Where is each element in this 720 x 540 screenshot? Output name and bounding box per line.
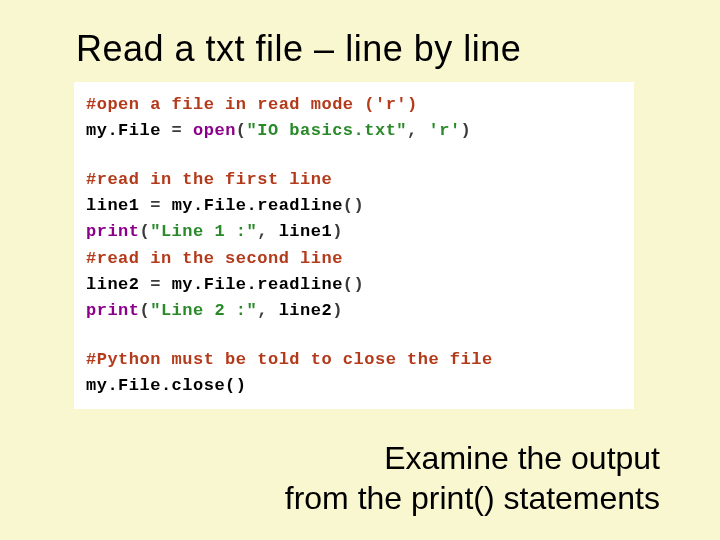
comma: , [257,301,278,320]
paren: ) [332,301,343,320]
string-literal: "Line 1 :" [150,222,257,241]
operator: = [140,196,172,215]
blank-line [86,325,622,347]
string-literal: "IO basics.txt" [247,121,408,140]
builtin-func: print [86,301,140,320]
paren: ( [140,301,151,320]
builtin-func: open [193,121,236,140]
code-comment-close: #Python must be told to close the file [86,347,622,373]
code-line-open: my.File = open("IO basics.txt", 'r') [86,118,622,144]
caption-line2: from the print() statements [285,478,660,518]
comment-text: #Python must be told to close the file [86,350,493,369]
code-line-read1: line1 = my.File.readline() [86,193,622,219]
slide-heading: Read a txt file – line by line [0,0,720,70]
identifier: my.File [86,121,161,140]
method-call: my.File.close() [86,376,247,395]
blank-line [86,145,622,167]
slide-caption: Examine the output from the print() stat… [285,438,660,518]
method-call: my.File.readline [172,275,343,294]
string-literal: "Line 2 :" [150,301,257,320]
builtin-func: print [86,222,140,241]
identifier: line1 [86,196,140,215]
identifier: line2 [86,275,140,294]
identifier: line2 [279,301,333,320]
identifier: line1 [279,222,333,241]
code-line-print2: print("Line 2 :", line2) [86,298,622,324]
caption-line1: Examine the output [384,440,660,476]
paren: ( [236,121,247,140]
paren: ( [343,275,354,294]
code-line-print1: print("Line 1 :", line1) [86,219,622,245]
comment-text: #read in the first line [86,170,332,189]
code-line-read2: line2 = my.File.readline() [86,272,622,298]
operator: = [161,121,193,140]
comment-text: #read in the second line [86,249,343,268]
paren: ) [354,196,365,215]
comma: , [407,121,428,140]
paren: ( [343,196,354,215]
comma: , [257,222,278,241]
code-comment-read2: #read in the second line [86,246,622,272]
comment-text: #open a file in read mode ('r') [86,95,418,114]
paren: ) [461,121,472,140]
paren: ) [332,222,343,241]
method-call: my.File.readline [172,196,343,215]
code-comment-read1: #read in the first line [86,167,622,193]
paren: ) [354,275,365,294]
operator: = [140,275,172,294]
code-comment-open: #open a file in read mode ('r') [86,92,622,118]
code-block: #open a file in read mode ('r') my.File … [74,82,634,409]
string-literal: 'r' [428,121,460,140]
code-line-close: my.File.close() [86,373,622,399]
paren: ( [140,222,151,241]
